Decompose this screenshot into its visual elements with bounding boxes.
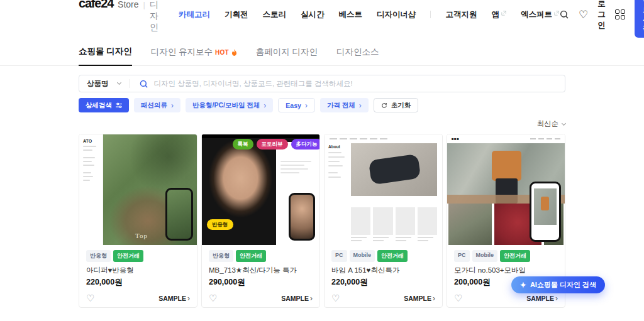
thumb-site-header: ■■■ — [447, 134, 565, 143]
sample-link[interactable]: SAMPLE› — [404, 295, 435, 302]
product-thumbnail[interactable]: ATO Top — [79, 134, 197, 245]
search-category-dropdown[interactable]: 상품명 — [87, 79, 121, 89]
design-search-bar: 상품명 — [79, 75, 565, 92]
product-card[interactable]: 룩북 포토리뷰 多다기능 반응형 반응형 안전거래 MB_713★최신/다기능 … — [201, 134, 320, 308]
favorite-heart-icon[interactable]: ♡ — [86, 293, 94, 303]
tab-design-maintenance[interactable]: 디자인 유지보수 HOT — [151, 46, 237, 65]
sample-label: SAMPLE — [158, 295, 186, 302]
mobile-badge: Mobile — [472, 250, 498, 262]
tab-homepage-design[interactable]: 홈페이지 디자인 — [256, 46, 318, 65]
thumb-site-logo: ATO — [83, 139, 99, 143]
chevron-right-icon: › — [555, 295, 558, 302]
app-launcher-icon[interactable] — [615, 9, 626, 20]
tab-shop-design[interactable]: 쇼핑몰 디자인 — [79, 46, 132, 66]
product-thumbnail[interactable]: ■■■ — [447, 134, 565, 245]
feature-tag-row: 룩북 포토리뷰 多다기능 — [233, 139, 316, 150]
lookbook-tag: 룩북 — [233, 139, 253, 150]
sort-dropdown[interactable]: 최신순 — [537, 119, 566, 129]
ai-design-search-button[interactable]: ✦ AI쇼핑몰 디자인 검색 — [511, 276, 605, 293]
thumb-product-list — [351, 207, 437, 241]
sample-link[interactable]: SAMPLE› — [526, 295, 558, 302]
detail-search-button[interactable]: 상세검색 — [79, 98, 129, 112]
wishlist-heart-icon[interactable]: ♡ — [579, 9, 588, 20]
badge-row: 반응형 안전거래 — [86, 250, 190, 262]
favorite-heart-icon[interactable]: ♡ — [209, 293, 217, 303]
sparkle-icon: ✦ — [520, 281, 526, 289]
detail-search-label: 상세검색 — [86, 101, 112, 110]
search-divider — [130, 79, 130, 88]
sample-link[interactable]: SAMPLE› — [158, 295, 190, 302]
sample-link[interactable]: SAMPLE› — [281, 295, 313, 302]
chevron-right-icon: › — [359, 102, 362, 109]
product-title: 아디퍼♥반응형 — [86, 266, 190, 275]
nav-item-realtime[interactable]: 실시간 — [301, 9, 325, 20]
nav-item-designershop[interactable]: 디자이너샵 — [377, 9, 416, 20]
product-title: MB_713★최신/다기능 특가 — [209, 266, 313, 275]
filter-chip-easy-label: Easy — [286, 102, 301, 109]
phone-mockup — [165, 188, 193, 241]
product-thumbnail[interactable]: About — [325, 134, 442, 245]
safe-trade-badge: 안전거래 — [500, 250, 530, 262]
thumb-hero-photo: Top — [103, 134, 197, 245]
thumb-model-figure — [369, 153, 421, 184]
filter-chip-price-label: 가격 전체 — [327, 101, 355, 110]
header-actions: ♡ 로그인 무료시작 — [559, 0, 644, 38]
logo-divider: | — [143, 0, 145, 9]
nav-item-story[interactable]: 스토리 — [262, 9, 286, 20]
nav-item-support[interactable]: 고객지원 — [445, 9, 477, 20]
favorite-heart-icon[interactable]: ♡ — [331, 293, 340, 303]
external-link-icon — [501, 11, 506, 16]
sample-label: SAMPLE — [526, 295, 554, 302]
nav-item-category[interactable]: 카테고리 — [179, 9, 210, 20]
tab-design-source[interactable]: 디자인소스 — [336, 46, 379, 65]
nav-item-exhibition[interactable]: 기획전 — [225, 9, 248, 20]
search-input[interactable] — [154, 80, 558, 87]
filter-chip-fashion[interactable]: 패션의류› — [134, 98, 180, 112]
product-card[interactable]: ATO Top 반응형 안전거래 아디퍼♥반응형 220,000원 — [79, 134, 197, 308]
reset-filters-button[interactable]: 초기화 — [374, 98, 419, 112]
thumb-site-sidebar: About — [328, 144, 347, 178]
category-tabs: 쇼핑몰 디자인 디자인 유지보수 HOT 홈페이지 디자인 디자인소스 — [79, 46, 565, 65]
refresh-icon — [381, 102, 387, 109]
filter-chip-fashion-label: 패션의류 — [141, 101, 167, 110]
product-info: 반응형 안전거래 MB_713★최신/다기능 특가 290,000원 ♡ SAM… — [202, 245, 319, 307]
product-card[interactable]: About PC Mobile — [324, 134, 443, 308]
nav-item-expert[interactable]: 엑스퍼트 — [521, 9, 559, 20]
product-thumbnail[interactable]: 룩북 포토리뷰 多다기능 반응형 — [202, 134, 319, 245]
nav-item-best[interactable]: 베스트 — [338, 9, 362, 20]
favorite-heart-icon[interactable]: ♡ — [454, 293, 462, 303]
tabs-band: 쇼핑몰 디자인 디자인 유지보수 HOT 홈페이지 디자인 디자인소스 — [0, 46, 644, 66]
hot-badge: HOT — [215, 49, 229, 56]
phone-mockup — [530, 182, 561, 242]
login-link[interactable]: 로그인 — [597, 0, 606, 31]
responsive-badge: 반응형 — [209, 250, 233, 262]
sliders-filter-icon — [116, 102, 122, 109]
responsive-badge: 반응형 — [86, 250, 111, 262]
badge-row: 반응형 안전거래 — [209, 250, 313, 262]
filter-chip-easy[interactable]: Easy› — [278, 98, 315, 112]
external-link-icon — [554, 11, 559, 16]
product-grid: ATO Top 반응형 안전거래 아디퍼♥반응형 220,000원 — [79, 134, 565, 321]
filter-chip-platform-label: 반응형/PC/모바일 전체 — [192, 101, 260, 110]
cafe24-logo[interactable]: cafe24 Store | 디자인 — [79, 0, 158, 33]
filter-chip-price[interactable]: 가격 전체› — [320, 98, 369, 112]
logo-text: cafe24 — [79, 0, 113, 11]
multifunction-tag: 多다기능 — [291, 139, 319, 150]
filter-chip-row: 상세검색 패션의류› 반응형/PC/모바일 전체› Easy› 가격 전체› 초… — [79, 98, 565, 112]
nav-item-expert-label: 엑스퍼트 — [521, 9, 552, 20]
free-start-button[interactable]: 무료시작 — [635, 0, 644, 38]
photo-review-tag: 포토리뷰 — [257, 139, 288, 150]
sort-row: 최신순 — [79, 119, 565, 129]
sort-selected-value: 최신순 — [537, 119, 559, 129]
safe-trade-badge: 안전거래 — [113, 250, 143, 262]
filter-chip-platform[interactable]: 반응형/PC/모바일 전체› — [186, 98, 273, 112]
search-icon[interactable] — [559, 9, 569, 19]
product-price: 220,000원 — [331, 277, 435, 288]
main-nav: 카테고리 기획전 스토리 실시간 베스트 디자이너샵 고객지원 앱 엑스퍼트 — [179, 9, 559, 20]
reset-filters-label: 초기화 — [391, 101, 411, 110]
thumb-site-sidebar: ATO — [79, 134, 103, 245]
responsive-image-badge: 반응형 — [207, 219, 233, 230]
thumb-site-header — [330, 137, 437, 141]
safe-trade-badge: 안전거래 — [377, 250, 408, 262]
nav-item-app[interactable]: 앱 — [491, 9, 506, 20]
